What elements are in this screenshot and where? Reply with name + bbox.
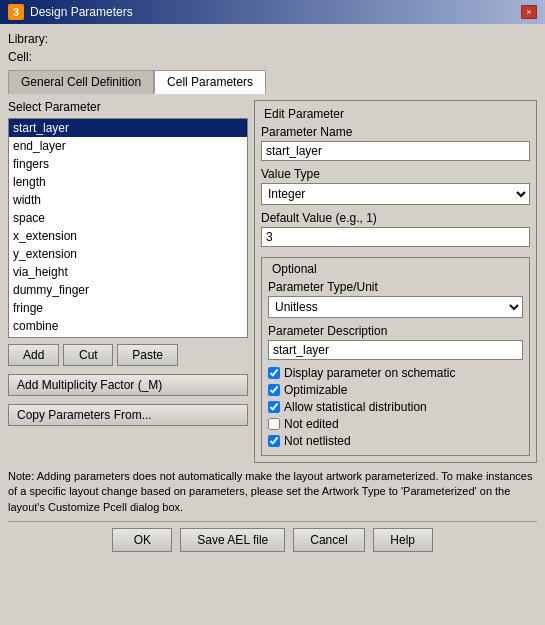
main-content: Select Parameter start_layer end_layer f… (8, 100, 537, 463)
param-item-width[interactable]: width (9, 191, 247, 209)
bottom-buttons: OK Save AEL file Cancel Help (8, 521, 537, 552)
checkbox-display: Display parameter on schematic (268, 366, 523, 380)
dialog-body: Library: Cell: General Cell Definition C… (0, 24, 545, 560)
checkbox-statistical-input[interactable] (268, 401, 280, 413)
param-desc-label: Parameter Description (268, 324, 523, 338)
save-ael-button[interactable]: Save AEL file (180, 528, 285, 552)
close-button[interactable]: × (521, 5, 537, 19)
right-panel: Edit Parameter Parameter Name Value Type… (254, 100, 537, 463)
checkbox-statistical: Allow statistical distribution (268, 400, 523, 414)
param-item-fingers[interactable]: fingers (9, 155, 247, 173)
checkbox-optimizable: Optimizable (268, 383, 523, 397)
optional-title: Optional (268, 262, 321, 276)
param-item-start-layer[interactable]: start_layer (9, 119, 247, 137)
select-parameter-label: Select Parameter (8, 100, 248, 114)
app-icon: 3 (8, 4, 24, 20)
param-item-end-layer[interactable]: end_layer (9, 137, 247, 155)
checkbox-display-label: Display parameter on schematic (284, 366, 455, 380)
parameter-list[interactable]: start_layer end_layer fingers length wid… (8, 118, 248, 338)
tab-cell-parameters[interactable]: Cell Parameters (154, 70, 266, 94)
param-desc-input[interactable] (268, 340, 523, 360)
checkbox-optimizable-input[interactable] (268, 384, 280, 396)
checkbox-not-netlisted-label: Not netlisted (284, 434, 351, 448)
add-button[interactable]: Add (8, 344, 59, 366)
value-type-select[interactable]: Integer Float String Boolean (261, 183, 530, 205)
library-label: Library: (8, 32, 58, 46)
title-bar: 3 Design Parameters × (0, 0, 545, 24)
value-type-label: Value Type (261, 167, 530, 181)
paste-button[interactable]: Paste (117, 344, 178, 366)
checkbox-not-netlisted-input[interactable] (268, 435, 280, 447)
param-item-fringe[interactable]: fringe (9, 299, 247, 317)
checkbox-optimizable-label: Optimizable (284, 383, 347, 397)
param-item-space[interactable]: space (9, 209, 247, 227)
cell-row: Cell: (8, 50, 537, 64)
checkbox-display-input[interactable] (268, 367, 280, 379)
param-item-dummy-finger[interactable]: dummy_finger (9, 281, 247, 299)
tab-bar: General Cell Definition Cell Parameters (8, 70, 537, 94)
title-bar-left: 3 Design Parameters (8, 4, 133, 20)
note-text: Note: Adding parameters does not automat… (8, 469, 537, 515)
param-type-select[interactable]: Unitless Length Angle (268, 296, 523, 318)
param-item-x-extension[interactable]: x_extension (9, 227, 247, 245)
copy-parameters-button[interactable]: Copy Parameters From... (8, 404, 248, 426)
param-item-length[interactable]: length (9, 173, 247, 191)
cancel-button[interactable]: Cancel (293, 528, 364, 552)
param-item-combine[interactable]: combine (9, 317, 247, 335)
optional-box: Optional Parameter Type/Unit Unitless Le… (261, 257, 530, 456)
dialog-title: Design Parameters (30, 5, 133, 19)
checkbox-not-netlisted: Not netlisted (268, 434, 523, 448)
multiplicity-row: Add Multiplicity Factor (_M) (8, 370, 248, 396)
param-item-y-extension[interactable]: y_extension (9, 245, 247, 263)
checkbox-not-edited: Not edited (268, 417, 523, 431)
help-button[interactable]: Help (373, 528, 433, 552)
param-type-label: Parameter Type/Unit (268, 280, 523, 294)
edit-parameter-title: Edit Parameter (261, 107, 530, 121)
checkbox-not-edited-label: Not edited (284, 417, 339, 431)
param-action-buttons: Add Cut Paste (8, 344, 248, 366)
param-name-input[interactable] (261, 141, 530, 161)
cut-button[interactable]: Cut (63, 344, 113, 366)
param-name-label: Parameter Name (261, 125, 530, 139)
checkbox-not-edited-input[interactable] (268, 418, 280, 430)
cell-label: Cell: (8, 50, 58, 64)
checkbox-statistical-label: Allow statistical distribution (284, 400, 427, 414)
copy-params-row: Copy Parameters From... (8, 400, 248, 426)
param-item-via-height[interactable]: via_height (9, 263, 247, 281)
tab-general-cell-definition[interactable]: General Cell Definition (8, 70, 154, 94)
ok-button[interactable]: OK (112, 528, 172, 552)
default-value-label: Default Value (e.g., 1) (261, 211, 530, 225)
left-panel: Select Parameter start_layer end_layer f… (8, 100, 248, 463)
library-row: Library: (8, 32, 537, 46)
default-value-input[interactable] (261, 227, 530, 247)
add-multiplicity-button[interactable]: Add Multiplicity Factor (_M) (8, 374, 248, 396)
